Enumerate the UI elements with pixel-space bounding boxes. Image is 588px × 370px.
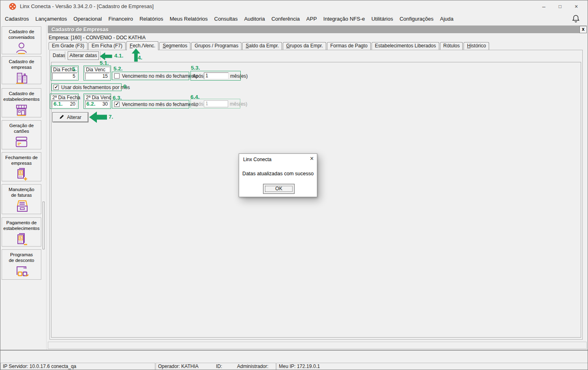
tray-documents-icon (2, 199, 41, 213)
tab-em-grade[interactable]: Em Grade (F3) (49, 42, 88, 50)
dia-fecha-input[interactable]: 5 (52, 73, 77, 80)
tab-segmentos[interactable]: Segmentos (159, 42, 190, 50)
menu-operacional[interactable]: Operacional (70, 14, 105, 23)
sidebar-item-geracao-cartoes[interactable]: Geração de cartões (2, 120, 41, 149)
sidebar-scrollbar-thumb[interactable] (43, 202, 45, 249)
sidebar-item-fechamento-empresas[interactable]: Fechamento de empresas $ (2, 152, 41, 181)
alterar-button-label: Alterar (67, 115, 81, 120)
apos-label-2: Após (192, 101, 203, 107)
status-operador: Operador: KATHIA DOC (158, 363, 207, 370)
tab-rotulos[interactable]: Rótulos (440, 42, 463, 50)
maximize-button[interactable]: □ (552, 0, 568, 13)
page-title: Cadastro de Empresas (51, 26, 109, 32)
sidebar-item-label: Manutenção (2, 187, 41, 192)
subtab-datas[interactable]: Datas (53, 53, 65, 58)
menu-app[interactable]: APP (303, 14, 320, 23)
sidebar-item-label: empresas (2, 64, 41, 70)
annotation-5-3: 5.3. (191, 65, 200, 71)
status-ip-servidor: IP Servidor: 10.0.17.6 conecta_qa (0, 363, 155, 370)
menu-lancamentos[interactable]: Lançamentos (32, 14, 70, 23)
menu-conferencia[interactable]: Conferência (268, 14, 303, 23)
minimize-button[interactable]: – (536, 0, 552, 13)
tab-historico[interactable]: Histórico (464, 42, 489, 50)
menu-auditoria[interactable]: Auditoria (241, 14, 268, 23)
subtab-alterar-datas[interactable]: Alterar datas (68, 51, 99, 60)
dia-venc-input[interactable]: 15 (85, 73, 109, 80)
footer-bar: Aviso de Cookies Aviso de Privacidade Ca… (0, 351, 588, 362)
sidebar-item-programas-desconto[interactable]: Programas de desconto (2, 249, 41, 280)
apos-suffix-2: mês(es) (230, 101, 247, 107)
annotation-6-3: 6.3. (113, 95, 122, 101)
dia-fecha2-label: 2ª Dia Fecha (51, 95, 78, 100)
discount-program-icon (2, 264, 41, 279)
usar-dois-checkbox[interactable] (53, 85, 59, 90)
status-operador-cell: Operador: KATHIA DOC ID: 43 Administrado… (156, 363, 276, 370)
pencil-icon (59, 114, 64, 121)
tab-estabelecimentos-liberados[interactable]: Estabelecimentos Liberados (372, 42, 439, 50)
sidebar-item-cadastro-estabelecimentos[interactable]: Cadastro de estabelecimentos (2, 88, 41, 117)
bottom-strip-panel (48, 342, 587, 349)
storefront-icon (2, 103, 41, 117)
sidebar: Cadastro de conveniados Cadastro de empr… (0, 25, 47, 370)
svg-text:$: $ (19, 171, 21, 175)
menu-consultas[interactable]: Consultas (211, 14, 241, 23)
dialog-ok-button[interactable]: OK (263, 184, 295, 194)
menubar: Cadastros Lançamentos Operacional Financ… (0, 13, 588, 25)
tab-grupos-programas[interactable]: Grupos / Programas (191, 42, 242, 50)
alterar-button[interactable]: Alterar (52, 112, 88, 122)
menu-relatorios[interactable]: Relatórios (136, 14, 167, 23)
card-icon (2, 135, 41, 149)
tab-grupos-empr[interactable]: Grupos da Empr. (283, 42, 326, 50)
menu-configuracoes[interactable]: Configurações (396, 14, 437, 23)
close-button[interactable]: × (568, 0, 584, 13)
sidebar-item-label: Geração de (2, 123, 41, 128)
vencimento-checkbox-2[interactable] (114, 102, 120, 107)
menu-ajuda[interactable]: Ajuda (437, 14, 457, 23)
dia-venc-label: Dia Venc (84, 67, 110, 72)
menu-cadastros[interactable]: Cadastros (2, 14, 32, 23)
titlebar: Linx Conecta - Versão 3.34.2.0 - [Cadast… (0, 0, 588, 13)
apos-label-1: Após (192, 73, 203, 79)
sidebar-item-cadastro-conveniados[interactable]: Cadastro de conveniados (2, 26, 41, 54)
vencimento-mes-group-2: Vencimento no mês do fechamento (112, 100, 189, 108)
svg-text:$: $ (19, 236, 21, 240)
annotation-6-1: 6.1. (53, 101, 63, 107)
app-window: Linx Conecta - Versão 3.34.2.0 - [Cadast… (0, 0, 588, 370)
menu-utilitarios[interactable]: Utilitários (368, 14, 396, 23)
page-close-button[interactable]: x (579, 26, 587, 33)
usar-dois-fechamentos-group: Usar dois fechamentos por mês (51, 83, 122, 91)
tab-em-ficha[interactable]: Em Ficha (F7) (88, 42, 126, 50)
sidebar-item-label: estabelecimentos (2, 96, 41, 102)
buildings-icon (2, 71, 41, 85)
main-tabstrip: Em Grade (F3) Em Ficha (F7) Fech./Venc. … (49, 42, 490, 50)
sidebar-item-label: Cadastro de (2, 91, 41, 96)
sidebar-item-manutencao-faturas[interactable]: Manutenção de faturas (2, 184, 41, 214)
menu-meus-relatorios[interactable]: Meus Relatórios (167, 14, 211, 23)
apos-input-2: 1 (204, 100, 228, 107)
sidebar-item-cadastro-empresas[interactable]: Cadastro de empresas (2, 56, 41, 84)
sidebar-item-label: Fechamento de (2, 155, 41, 160)
notification-bell-icon[interactable] (571, 14, 580, 23)
vencimento-label-2: Vencimento no mês do fechamento (122, 102, 198, 107)
dialog-title: Linx Conecta (243, 157, 272, 162)
sidebar-item-pagamento-estabelecimentos[interactable]: Pagamento de estabelecimentos $ (2, 217, 41, 247)
dialog-message: Datas atualizadas com sucesso (239, 171, 317, 176)
annotation-6-4: 6.4. (190, 94, 200, 100)
sidebar-divider (46, 25, 47, 370)
menu-integracao-nfse[interactable]: Integração NFS-e (320, 14, 368, 23)
tab-saldo-empr[interactable]: Saldo da Empr. (242, 42, 282, 50)
dia-venc2-label: 2ª Dia Venc (84, 95, 110, 100)
annotation-arrow-left-4-1 (99, 52, 113, 61)
apos-group-2: Após 1 mês(es) (190, 99, 240, 108)
apos-suffix-1: mês(es) (230, 73, 248, 79)
vencimento-checkbox-1[interactable] (114, 73, 120, 79)
sidebar-item-label: de desconto (2, 257, 41, 263)
annotation-4: 4. (138, 55, 142, 61)
apos-input-1[interactable]: 1 (204, 72, 229, 79)
menu-financeiro[interactable]: Financeiro (105, 14, 136, 23)
tab-formas-pagto[interactable]: Formas de Pagto (327, 42, 371, 50)
sidebar-item-label: estabelecimentos (2, 225, 41, 231)
dialog-close-icon[interactable]: × (310, 155, 314, 162)
sidebar-item-label: Pagamento de (2, 220, 41, 225)
sidebar-item-label: empresas (2, 160, 41, 166)
